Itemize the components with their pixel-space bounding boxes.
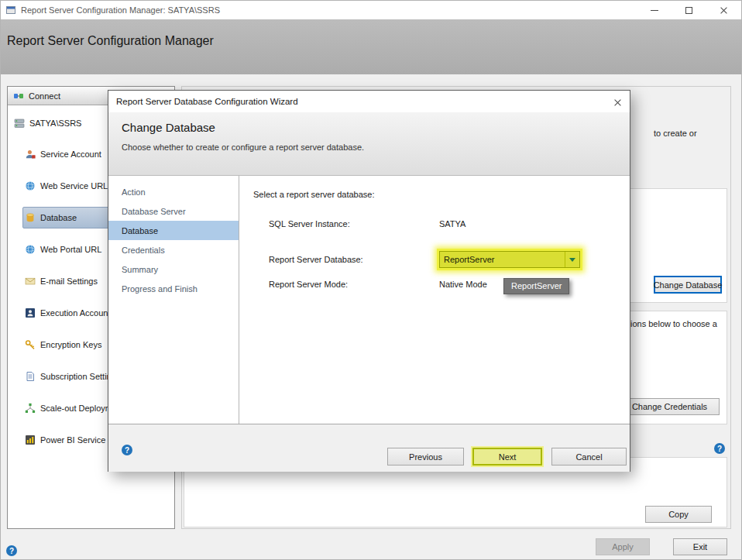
tooltip: ReportServer	[503, 278, 569, 294]
sidebar-item-label: Database	[40, 213, 77, 222]
sql-server-instance-value: SATYA	[439, 219, 465, 228]
wizard-step-summary[interactable]: Summary	[108, 259, 239, 279]
dialog-footer: ? Previous Next Cancel	[108, 424, 630, 472]
page-header: Report Server Configuration Manager	[1, 19, 741, 74]
database-dropdown-highlight: ReportServer	[437, 249, 582, 270]
connect-label: Connect	[29, 91, 60, 101]
sidebar-server-node[interactable]: SATYA\SSRS	[14, 116, 81, 130]
dialog-heading: Change Database	[122, 121, 215, 134]
apply-button[interactable]: Apply	[596, 538, 650, 555]
window-help-icon[interactable]: ?	[6, 545, 17, 556]
app-window: Report Server Configuration Manager: SAT…	[0, 0, 742, 560]
sidebar-item-service-account[interactable]: Service Account	[25, 147, 101, 161]
window-close-button[interactable]	[706, 1, 741, 19]
sidebar-item-label: Web Service URL	[40, 181, 108, 191]
window-title: Report Server Configuration Manager: SAT…	[21, 5, 220, 15]
cancel-button[interactable]: Cancel	[551, 448, 627, 466]
dialog-header: Change Database Choose whether to create…	[108, 112, 630, 176]
wizard-step-database[interactable]: Database	[108, 221, 239, 240]
page-title: Report Server Configuration Manager	[7, 34, 214, 48]
dialog-close-button[interactable]	[611, 96, 623, 108]
dialog-help-icon[interactable]: ?	[122, 445, 132, 455]
envelope-icon	[25, 276, 36, 287]
copy-button[interactable]: Copy	[645, 506, 712, 523]
dialog-titlebar: Report Server Database Configuration Wiz…	[108, 91, 630, 112]
report-server-mode-label: Report Server Mode:	[269, 280, 348, 289]
exit-button[interactable]: Exit	[673, 538, 727, 555]
database-configuration-wizard-dialog: Report Server Database Configuration Wiz…	[108, 90, 630, 472]
key-icon	[25, 339, 36, 350]
change-database-button[interactable]: Change Database	[654, 276, 722, 294]
sidebar-item-label: Execution Account	[40, 308, 111, 318]
close-icon	[720, 6, 728, 15]
service-account-icon	[25, 149, 36, 160]
document-icon	[25, 371, 36, 382]
database-icon	[25, 212, 36, 223]
panel-text-fragment-mid: ions below to choose a	[630, 319, 717, 328]
window-titlebar: Report Server Configuration Manager: SAT…	[1, 1, 741, 19]
wizard-step-list: Action Database Server Database Credenti…	[108, 176, 239, 424]
execution-account-icon	[25, 307, 36, 318]
change-credentials-button[interactable]: Change Credentials	[620, 398, 720, 415]
chevron-down-icon	[569, 258, 575, 262]
sidebar-server-label: SATYA\SSRS	[29, 119, 81, 128]
sidebar-item-power-bi-service[interactable]: Power BI Service (	[25, 433, 111, 447]
window-controls	[637, 1, 741, 19]
app-icon	[6, 5, 15, 15]
sidebar-item-label: Web Portal URL	[40, 245, 101, 254]
dropdown-button	[565, 252, 579, 267]
sidebar-item-execution-account[interactable]: Execution Account	[25, 306, 111, 320]
sidebar-item-label: Power BI Service (	[40, 435, 111, 445]
report-server-database-label: Report Server Database:	[269, 255, 363, 264]
window-maximize-button[interactable]	[672, 1, 706, 19]
network-icon	[25, 403, 36, 414]
sidebar-item-web-portal-url[interactable]: Web Portal URL	[25, 242, 101, 256]
dialog-instruction: Select a report server database:	[253, 190, 375, 199]
globe-icon	[25, 244, 36, 255]
sidebar-item-label: E-mail Settings	[40, 277, 98, 286]
sidebar-item-label: Encryption Keys	[40, 340, 101, 349]
report-server-mode-value: Native Mode	[439, 280, 487, 289]
server-icon	[14, 118, 25, 129]
connect-icon	[13, 91, 24, 101]
bar-chart-icon	[25, 435, 36, 445]
dialog-title: Report Server Database Configuration Wiz…	[116, 97, 298, 106]
window-minimize-button[interactable]	[637, 1, 672, 19]
sidebar-item-web-service-url[interactable]: Web Service URL	[25, 179, 108, 193]
minimize-icon	[651, 10, 658, 11]
dialog-subheading: Choose whether to create or configure a …	[122, 143, 364, 152]
previous-button[interactable]: Previous	[387, 448, 464, 466]
globe-icon	[25, 180, 36, 191]
sidebar-item-encryption-keys[interactable]: Encryption Keys	[25, 338, 101, 352]
sql-server-instance-label: SQL Server Instance:	[269, 219, 350, 228]
next-button[interactable]: Next	[472, 448, 542, 466]
results-help-icon[interactable]: ?	[714, 443, 725, 454]
wizard-step-progress-and-finish[interactable]: Progress and Finish	[108, 279, 239, 298]
maximize-icon	[685, 7, 692, 14]
sidebar-item-email-settings[interactable]: E-mail Settings	[25, 274, 98, 288]
wizard-step-credentials[interactable]: Credentials	[108, 240, 239, 259]
report-server-database-dropdown[interactable]: ReportServer	[439, 251, 580, 268]
sidebar-item-label: Service Account	[40, 149, 101, 159]
sidebar-item-subscription-settings[interactable]: Subscription Settings	[25, 369, 120, 383]
wizard-step-database-server[interactable]: Database Server	[108, 201, 239, 221]
dropdown-selected-value: ReportServer	[440, 255, 565, 264]
panel-text-fragment-top: to create or	[654, 129, 697, 138]
close-icon	[613, 98, 622, 107]
wizard-step-action[interactable]: Action	[108, 182, 239, 201]
sidebar-item-database[interactable]: Database	[25, 211, 77, 225]
